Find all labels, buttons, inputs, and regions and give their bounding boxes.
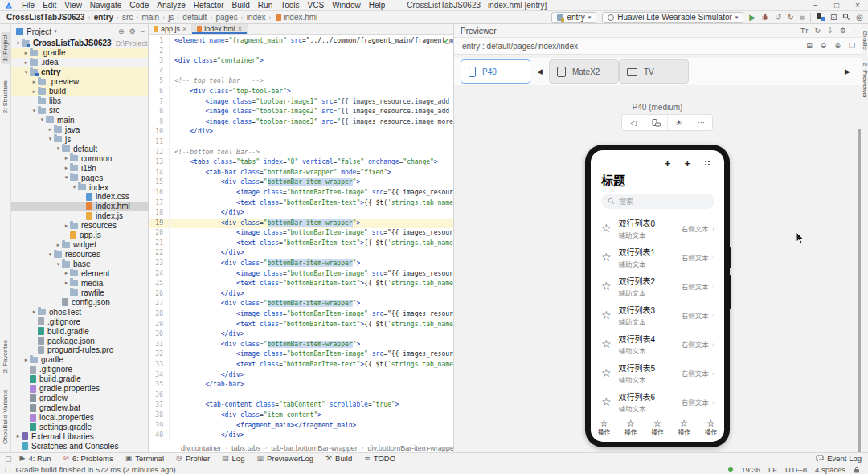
editor-crumb-tab-bar-bottombar-wrapper[interactable]: tab-bar.bottomBar-wrapper: [271, 444, 358, 452]
tree-item-js[interactable]: ▾js: [11, 134, 148, 144]
tree-item-scratches-and-consoles[interactable]: Scratches and Consoles: [11, 441, 148, 451]
list-item-0[interactable]: ☆双行列表0辅助文本右侧文本 ›: [601, 214, 714, 243]
tree-item-gradle[interactable]: ▸gradle: [11, 355, 148, 365]
tree-item-element[interactable]: ▸element: [11, 269, 148, 279]
tool-button-1-project[interactable]: 1: Project: [1, 32, 10, 64]
tree-item-index-css[interactable]: index.css: [11, 192, 148, 202]
tree-item-gitignore[interactable]: .gitignore: [11, 317, 148, 326]
bottom-tab-1[interactable]: ☆操作: [624, 419, 637, 436]
tree-item-rawfile[interactable]: rawfile: [11, 288, 148, 297]
editor-crumb-div-bottombar-item-wrapper[interactable]: div.bottomBar-item-wrapper: [367, 444, 453, 452]
tree-item-gradlew[interactable]: gradlew: [11, 394, 148, 403]
tree-item-settings-gradle[interactable]: settings.gradle: [11, 423, 148, 432]
editor-tab-index-hml[interactable]: index.hml: [192, 24, 248, 34]
module-selector[interactable]: entry▾: [551, 12, 596, 23]
crumb-main[interactable]: main: [141, 13, 159, 22]
stop-icon[interactable]: ■: [800, 13, 805, 22]
tool-button-2-previewer[interactable]: 2: Previewer: [862, 63, 868, 98]
phone-search-bar[interactable]: 搜索: [601, 194, 714, 209]
prev-device-arrow[interactable]: ◀: [537, 67, 542, 76]
code-area[interactable]: 1<element name="fragment_main" src="../.…: [149, 35, 453, 443]
hide-icon[interactable]: −: [853, 27, 857, 35]
tree-item-package-json[interactable]: package.json: [11, 336, 148, 345]
tree-item-i18n[interactable]: ▸i18n: [11, 163, 148, 173]
crumb-entry[interactable]: entry: [94, 13, 113, 22]
tree-item-local-properties[interactable]: local.properties: [11, 413, 148, 423]
list-item-4[interactable]: ☆双行列表4辅助文本右侧文本 ›: [601, 329, 714, 358]
run-icon[interactable]: ▶: [749, 13, 755, 22]
tree-item-preview[interactable]: ▸.preview: [11, 77, 148, 87]
font-size-icon[interactable]: Tᴛ: [800, 27, 809, 35]
tree-item-index-js[interactable]: index.js: [11, 211, 148, 221]
toolwindow-todo[interactable]: ≣TODO: [364, 454, 395, 463]
search-everywhere-icon[interactable]: [842, 13, 850, 22]
bottom-tab-0[interactable]: ☆操作: [598, 419, 610, 436]
tree-item-pages[interactable]: ▾pages: [11, 173, 148, 182]
tree-item-app-js[interactable]: app.js: [11, 231, 148, 240]
tree-item-index-hml[interactable]: index.hml: [11, 202, 148, 211]
crumb-default[interactable]: default: [182, 13, 207, 22]
tree-item-default[interactable]: ▾default: [11, 144, 148, 153]
tree-item-gitignore[interactable]: .gitignore: [11, 365, 148, 374]
crumb-src[interactable]: src: [122, 13, 133, 22]
tool-button-gradle[interactable]: Gradle: [862, 31, 868, 50]
tree-item-widget[interactable]: ▸widget: [11, 240, 148, 250]
menu-tools[interactable]: Tools: [276, 1, 303, 10]
next-device-arrow[interactable]: ▶: [845, 67, 850, 76]
device-selector[interactable]: Huawei Lite Wearable Simulator▾: [602, 12, 743, 23]
toolwindow-terminal[interactable]: ▣Terminal: [125, 454, 164, 463]
encoding-indicator[interactable]: UTF-8: [785, 465, 807, 474]
menu-edit[interactable]: Edit: [39, 1, 60, 10]
editor-crumb-div-container[interactable]: div.container: [181, 444, 221, 452]
tree-item-build-gradle[interactable]: build.gradle: [11, 326, 148, 336]
close-icon[interactable]: [182, 25, 186, 33]
tree-item-entry[interactable]: ▾entry: [11, 67, 148, 77]
toolwindow-previewerlog[interactable]: ▥PreviewerLog: [256, 454, 313, 463]
tool-window-switcher-icon[interactable]: ▢: [5, 455, 12, 463]
menu-navigate[interactable]: Navigate: [86, 1, 125, 10]
tree-item-gradle-properties[interactable]: gradle.properties: [11, 384, 148, 394]
sdk-manager-icon[interactable]: ⊡: [830, 13, 837, 22]
maximize-button[interactable]: [826, 1, 847, 10]
crumb-crosslisttabjs0623[interactable]: CrossListTabJS0623: [6, 13, 85, 22]
editor-crumb-tabs-tabs[interactable]: tabs.tabs: [231, 444, 261, 452]
tool-button-ohosbuild-variants[interactable]: OhosBuild Variants: [2, 390, 9, 444]
tree-item-ohostest[interactable]: ▸ohosTest: [11, 307, 148, 317]
collapse-all-icon[interactable]: ⊖: [118, 27, 125, 35]
crumb-pages[interactable]: pages: [215, 13, 237, 22]
profile-icon[interactable]: ◎: [856, 13, 863, 22]
add-icon[interactable]: +: [684, 159, 690, 168]
tree-item-config-json[interactable]: config.json: [11, 297, 148, 307]
multi-profile-icon[interactable]: ⊞: [806, 42, 813, 50]
crumb-index[interactable]: index: [247, 13, 266, 22]
menu-help[interactable]: Help: [365, 1, 390, 10]
hot-reload-icon[interactable]: ↻: [787, 13, 793, 22]
toolwindow-4-run[interactable]: ▶4: Run: [20, 454, 51, 463]
settings-icon[interactable]: ⚙: [840, 27, 846, 35]
menu-analyze[interactable]: Analyze: [153, 1, 190, 10]
debug-icon[interactable]: [761, 13, 769, 22]
more-grid-icon[interactable]: [704, 159, 710, 168]
indent-indicator[interactable]: 4 spaces: [815, 465, 845, 474]
menu-run[interactable]: Run: [254, 1, 276, 10]
orientation-icon[interactable]: ❐: [849, 42, 855, 50]
tree-item-external-libraries[interactable]: ▸External Libraries: [11, 431, 148, 441]
tree-item-src[interactable]: ▾src: [11, 106, 148, 116]
crumb-js[interactable]: js: [168, 13, 174, 22]
refresh-icon[interactable]: ↻: [815, 27, 821, 35]
tree-item-crosslisttabjs0623[interactable]: ▾CrossListTabJS0623D:\Projects\Temp\Cro: [11, 39, 148, 48]
list-item-6[interactable]: ☆双行列表6辅助文本右侧文本 ›: [601, 387, 714, 416]
device-manager-icon[interactable]: [817, 13, 825, 22]
brightness-icon[interactable]: ☀: [667, 115, 690, 130]
hide-panel-icon[interactable]: −: [141, 27, 145, 35]
tool-button-2-structure[interactable]: 2: Structure: [2, 80, 9, 113]
tree-item-main[interactable]: ▾main: [11, 116, 148, 125]
tree-item-build[interactable]: ▸build: [11, 87, 148, 96]
minimize-button[interactable]: [805, 1, 826, 10]
previewer-scrollbar[interactable]: [858, 129, 861, 452]
close-button[interactable]: [847, 1, 868, 10]
menu-window[interactable]: Window: [328, 1, 365, 10]
menu-code[interactable]: Code: [125, 1, 153, 10]
toolwindow-build[interactable]: ⚒Build: [326, 454, 352, 463]
tree-item-common[interactable]: ▸common: [11, 153, 148, 163]
